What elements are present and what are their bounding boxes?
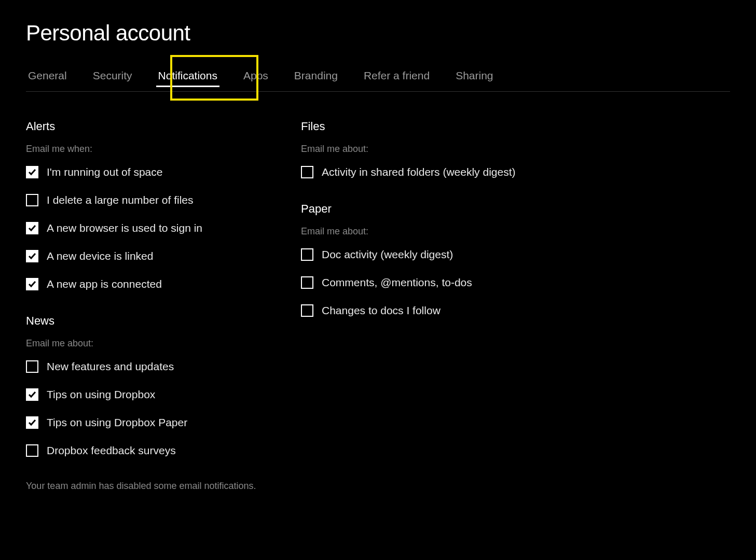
tab-security[interactable]: Security — [91, 64, 134, 91]
checkbox-label: A new app is connected — [47, 278, 162, 290]
checkbox-row-new-device[interactable]: A new device is linked — [26, 250, 270, 262]
tab-sharing[interactable]: Sharing — [453, 64, 495, 91]
checkbox-row-tips-dropbox[interactable]: Tips on using Dropbox — [26, 388, 270, 401]
tab-apps[interactable]: Apps — [241, 64, 270, 91]
checkbox-label: I'm running out of space — [47, 166, 162, 178]
checkbox-label: Doc activity (weekly digest) — [322, 248, 453, 261]
checkmark-icon — [28, 224, 36, 232]
checkbox-label: Tips on using Dropbox — [47, 388, 155, 401]
tab-refer-friend[interactable]: Refer a friend — [362, 64, 432, 91]
checkbox[interactable] — [26, 444, 38, 457]
checkbox-row-shared-folder-activity[interactable]: Activity in shared folders (weekly diges… — [301, 166, 545, 178]
section-paper: Paper Email me about: Doc activity (week… — [301, 202, 545, 317]
checkmark-icon — [28, 418, 36, 427]
section-alerts: Alerts Email me when: I'm running out of… — [26, 120, 270, 290]
checkbox-row-doc-activity[interactable]: Doc activity (weekly digest) — [301, 248, 545, 261]
column-left: Alerts Email me when: I'm running out of… — [26, 120, 270, 492]
checkmark-icon — [28, 252, 36, 260]
section-news: News Email me about: New features and up… — [26, 314, 270, 457]
section-sub-paper: Email me about: — [301, 226, 545, 237]
checkbox-label: Changes to docs I follow — [322, 304, 441, 317]
checkbox[interactable] — [26, 360, 38, 373]
section-sub-alerts: Email me when: — [26, 144, 270, 155]
checkbox[interactable] — [301, 248, 313, 261]
checkbox-label: A new device is linked — [47, 250, 153, 262]
checkbox[interactable] — [301, 304, 313, 317]
checkbox-label: Activity in shared folders (weekly diges… — [322, 166, 515, 178]
checkbox-label: Comments, @mentions, to-dos — [322, 276, 472, 289]
checkmark-icon — [28, 168, 36, 176]
tabs-bar: General Security Notifications Apps Bran… — [26, 64, 730, 92]
checkbox-row-feedback-surveys[interactable]: Dropbox feedback surveys — [26, 444, 270, 457]
checkbox-label: A new browser is used to sign in — [47, 222, 202, 234]
checkbox[interactable] — [26, 388, 38, 401]
section-sub-news: Email me about: — [26, 338, 270, 349]
checkbox[interactable] — [26, 278, 38, 290]
page-title: Personal account — [26, 21, 730, 46]
checkbox-row-tips-paper[interactable]: Tips on using Dropbox Paper — [26, 416, 270, 429]
checkbox-row-comments-mentions[interactable]: Comments, @mentions, to-dos — [301, 276, 545, 289]
checkbox[interactable] — [26, 194, 38, 206]
content-area: Alerts Email me when: I'm running out of… — [26, 120, 730, 492]
checkbox-label: Tips on using Dropbox Paper — [47, 416, 187, 429]
checkbox[interactable] — [26, 250, 38, 262]
checkbox[interactable] — [301, 166, 313, 178]
checkbox-label: I delete a large number of files — [47, 194, 194, 206]
checkmark-icon — [28, 280, 36, 288]
checkbox-row-new-app[interactable]: A new app is connected — [26, 278, 270, 290]
checkbox[interactable] — [26, 222, 38, 234]
section-files: Files Email me about: Activity in shared… — [301, 120, 545, 178]
checkbox[interactable] — [26, 166, 38, 178]
tab-notifications[interactable]: Notifications — [156, 64, 219, 91]
checkbox-label: New features and updates — [47, 360, 174, 373]
checkbox-label: Dropbox feedback surveys — [47, 444, 176, 457]
section-title-files: Files — [301, 120, 545, 133]
column-right: Files Email me about: Activity in shared… — [301, 120, 545, 492]
section-title-news: News — [26, 314, 270, 328]
section-sub-files: Email me about: — [301, 144, 545, 155]
checkbox[interactable] — [26, 416, 38, 429]
section-title-paper: Paper — [301, 202, 545, 216]
checkbox-row-new-browser[interactable]: A new browser is used to sign in — [26, 222, 270, 234]
tab-branding[interactable]: Branding — [292, 64, 340, 91]
tab-general[interactable]: General — [26, 64, 69, 91]
footer-note: Your team admin has disabled some email … — [26, 481, 270, 492]
checkmark-icon — [28, 390, 36, 399]
checkbox-row-new-features[interactable]: New features and updates — [26, 360, 270, 373]
checkbox[interactable] — [301, 276, 313, 289]
section-title-alerts: Alerts — [26, 120, 270, 133]
checkbox-row-running-out-space[interactable]: I'm running out of space — [26, 166, 270, 178]
checkbox-row-delete-large-files[interactable]: I delete a large number of files — [26, 194, 270, 206]
checkbox-row-doc-changes[interactable]: Changes to docs I follow — [301, 304, 545, 317]
